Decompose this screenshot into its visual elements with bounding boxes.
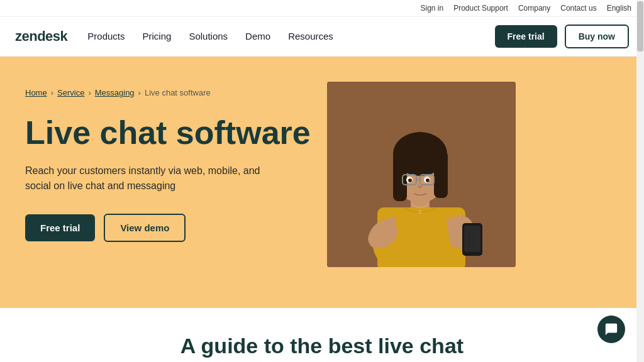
nav-free-trial-button[interactable]: Free trial [495,25,557,48]
logo[interactable]: zendesk [15,28,67,45]
main-nav: zendesk Products Pricing Solutions Demo … [0,17,644,57]
below-hero-title: A guide to the best live chat software [165,333,479,362]
svg-rect-16 [464,226,480,252]
breadcrumb-sep-2: › [88,88,91,97]
nav-link-solutions[interactable]: Solutions [189,31,228,41]
nav-link-products[interactable]: Products [87,31,125,41]
breadcrumb-current: Live chat software [145,88,211,97]
svg-point-13 [408,178,412,182]
breadcrumb-sep-1: › [51,88,53,97]
nav-link-demo[interactable]: Demo [245,31,270,41]
hero-free-trial-button[interactable]: Free trial [25,214,95,241]
chat-icon [604,322,618,336]
below-hero-section: A guide to the best live chat software [0,308,644,362]
nav-links: Products Pricing Solutions Demo Resource… [87,31,494,42]
nav-link-resources[interactable]: Resources [288,31,333,41]
scrollbar-thumb[interactable] [637,1,643,52]
nav-link-pricing[interactable]: Pricing [143,31,172,41]
scrollbar[interactable] [636,0,644,362]
breadcrumb: Home › Service › Messaging › Live chat s… [25,88,327,97]
contact-us-link[interactable]: Contact us [560,4,596,13]
nav-item-resources[interactable]: Resources [288,31,333,42]
nav-item-products[interactable]: Products [87,31,125,42]
svg-point-14 [426,178,430,182]
hero-image [327,82,516,267]
hero-section: Home › Service › Messaging › Live chat s… [0,57,644,308]
language-selector[interactable]: English [607,4,631,13]
svg-rect-7 [434,151,448,198]
nav-item-pricing[interactable]: Pricing [143,31,172,42]
nav-actions: Free trial Buy now [495,25,629,48]
sign-in-link[interactable]: Sign in [420,4,443,13]
chat-bubble-button[interactable] [597,315,625,343]
svg-rect-6 [393,151,407,201]
breadcrumb-sep-3: › [138,88,141,97]
product-support-link[interactable]: Product Support [453,4,508,13]
hero-view-demo-button[interactable]: View demo [104,214,186,242]
hero-subtitle: Reach your customers instantly via web, … [25,163,277,194]
breadcrumb-messaging[interactable]: Messaging [95,88,135,97]
nav-item-demo[interactable]: Demo [245,31,270,42]
hero-title: Live chat software [25,115,327,151]
hero-buttons: Free trial View demo [25,214,327,242]
hero-content: Home › Service › Messaging › Live chat s… [25,75,327,242]
company-link[interactable]: Company [518,4,550,13]
breadcrumb-home[interactable]: Home [25,88,47,97]
nav-buy-now-button[interactable]: Buy now [565,25,629,48]
utility-bar: Sign in Product Support Company Contact … [0,0,644,17]
nav-item-solutions[interactable]: Solutions [189,31,228,42]
hero-illustration [327,82,516,267]
breadcrumb-service[interactable]: Service [57,88,84,97]
